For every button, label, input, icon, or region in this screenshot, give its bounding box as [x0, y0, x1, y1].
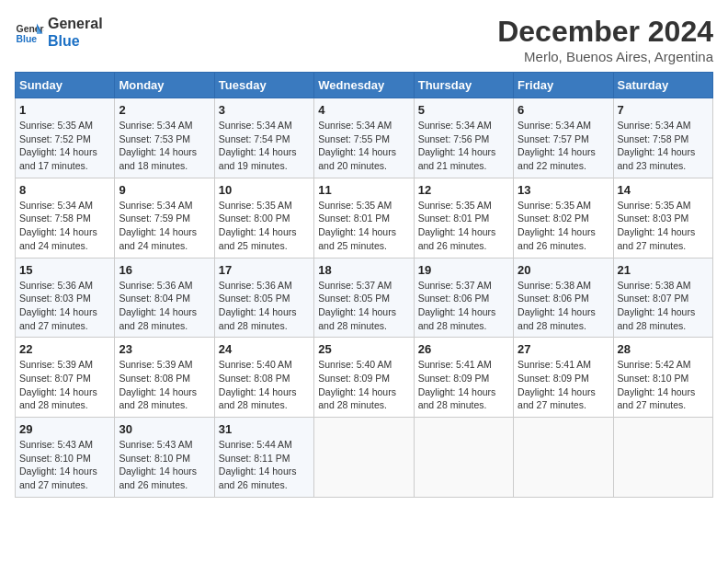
- sunset-text: Sunset: 8:05 PM: [318, 292, 409, 305]
- sunrise-text: Sunrise: 5:40 AM: [318, 358, 409, 372]
- sunset-text: Sunset: 7:55 PM: [318, 132, 409, 146]
- calendar-body: 1Sunrise: 5:35 AMSunset: 7:52 PMDaylight…: [16, 98, 713, 498]
- daylight-text: Daylight: 14 hours and 23 minutes.: [618, 145, 709, 172]
- daylight-text: Daylight: 14 hours and 20 minutes.: [318, 145, 409, 172]
- sunset-text: Sunset: 8:06 PM: [418, 292, 509, 305]
- sunset-text: Sunset: 7:56 PM: [418, 132, 509, 146]
- sunrise-text: Sunrise: 5:34 AM: [219, 119, 310, 132]
- sunset-text: Sunset: 8:00 PM: [219, 212, 310, 225]
- day-info: Sunrise: 5:40 AMSunset: 8:09 PMDaylight:…: [318, 358, 409, 412]
- calendar-cell: [514, 418, 613, 498]
- sunrise-text: Sunrise: 5:38 AM: [518, 279, 609, 293]
- calendar-cell: 16Sunrise: 5:36 AMSunset: 8:04 PMDayligh…: [115, 258, 214, 338]
- calendar-cell: 10Sunrise: 5:35 AMSunset: 8:00 PMDayligh…: [214, 178, 313, 258]
- daylight-text: Daylight: 14 hours and 28 minutes.: [19, 385, 110, 412]
- calendar-cell: 2Sunrise: 5:34 AMSunset: 7:53 PMDaylight…: [115, 98, 214, 178]
- calendar-cell: 1Sunrise: 5:35 AMSunset: 7:52 PMDaylight…: [16, 98, 115, 178]
- day-info: Sunrise: 5:37 AMSunset: 8:06 PMDaylight:…: [418, 279, 509, 333]
- day-number: 13: [518, 183, 609, 197]
- calendar-cell: 25Sunrise: 5:40 AMSunset: 8:09 PMDayligh…: [314, 338, 414, 418]
- sunset-text: Sunset: 8:09 PM: [518, 372, 609, 385]
- logo-text-blue: Blue: [48, 32, 103, 50]
- calendar-cell: 27Sunrise: 5:41 AMSunset: 8:09 PMDayligh…: [514, 338, 613, 418]
- sunrise-text: Sunrise: 5:43 AM: [19, 438, 110, 452]
- day-info: Sunrise: 5:41 AMSunset: 8:09 PMDaylight:…: [418, 358, 509, 412]
- day-info: Sunrise: 5:34 AMSunset: 7:54 PMDaylight:…: [219, 119, 310, 173]
- day-info: Sunrise: 5:35 AMSunset: 7:52 PMDaylight:…: [19, 119, 110, 173]
- svg-text:Blue: Blue: [17, 34, 38, 44]
- day-info: Sunrise: 5:35 AMSunset: 8:02 PMDaylight:…: [518, 199, 609, 253]
- day-number: 25: [318, 342, 409, 356]
- sunrise-text: Sunrise: 5:42 AM: [618, 358, 709, 372]
- sunset-text: Sunset: 8:04 PM: [119, 292, 210, 305]
- sunrise-text: Sunrise: 5:44 AM: [219, 438, 310, 452]
- day-number: 26: [418, 342, 509, 356]
- sunset-text: Sunset: 7:53 PM: [119, 132, 210, 146]
- day-info: Sunrise: 5:43 AMSunset: 8:10 PMDaylight:…: [119, 438, 210, 492]
- calendar-cell: 20Sunrise: 5:38 AMSunset: 8:06 PMDayligh…: [514, 258, 613, 338]
- sunrise-text: Sunrise: 5:35 AM: [19, 119, 110, 132]
- sunset-text: Sunset: 7:52 PM: [19, 132, 110, 146]
- day-number: 21: [618, 263, 709, 277]
- calendar-cell: 30Sunrise: 5:43 AMSunset: 8:10 PMDayligh…: [115, 418, 214, 498]
- calendar-cell: 5Sunrise: 5:34 AMSunset: 7:56 PMDaylight…: [414, 98, 513, 178]
- day-info: Sunrise: 5:34 AMSunset: 7:55 PMDaylight:…: [318, 119, 409, 173]
- calendar-cell: 21Sunrise: 5:38 AMSunset: 8:07 PMDayligh…: [613, 258, 712, 338]
- daylight-text: Daylight: 14 hours and 28 minutes.: [219, 385, 310, 412]
- day-info: Sunrise: 5:40 AMSunset: 8:08 PMDaylight:…: [219, 358, 310, 412]
- day-number: 9: [119, 183, 210, 197]
- daylight-text: Daylight: 14 hours and 25 minutes.: [318, 225, 409, 252]
- day-number: 11: [318, 183, 409, 197]
- daylight-text: Daylight: 14 hours and 28 minutes.: [219, 305, 310, 332]
- daylight-text: Daylight: 14 hours and 24 minutes.: [19, 225, 110, 252]
- daylight-text: Daylight: 14 hours and 18 minutes.: [119, 145, 210, 172]
- sunset-text: Sunset: 8:01 PM: [318, 212, 409, 225]
- sunrise-text: Sunrise: 5:39 AM: [119, 358, 210, 372]
- day-number: 30: [119, 422, 210, 436]
- daylight-text: Daylight: 14 hours and 28 minutes.: [318, 305, 409, 332]
- day-info: Sunrise: 5:41 AMSunset: 8:09 PMDaylight:…: [518, 358, 609, 412]
- calendar-cell: 17Sunrise: 5:36 AMSunset: 8:05 PMDayligh…: [214, 258, 313, 338]
- page-header: General Blue General Blue December 2024 …: [15, 15, 713, 64]
- calendar-cell: 3Sunrise: 5:34 AMSunset: 7:54 PMDaylight…: [214, 98, 313, 178]
- day-info: Sunrise: 5:35 AMSunset: 8:01 PMDaylight:…: [318, 199, 409, 253]
- daylight-text: Daylight: 14 hours and 17 minutes.: [19, 145, 110, 172]
- day-number: 29: [19, 422, 110, 436]
- calendar-header: SundayMondayTuesdayWednesdayThursdayFrid…: [16, 73, 713, 98]
- daylight-text: Daylight: 14 hours and 27 minutes.: [618, 225, 709, 252]
- sunset-text: Sunset: 8:08 PM: [119, 372, 210, 385]
- sunset-text: Sunset: 7:59 PM: [119, 212, 210, 225]
- day-number: 28: [618, 342, 709, 356]
- calendar-cell: 29Sunrise: 5:43 AMSunset: 8:10 PMDayligh…: [16, 418, 115, 498]
- day-number: 2: [119, 103, 210, 117]
- sunset-text: Sunset: 8:06 PM: [518, 292, 609, 305]
- sunset-text: Sunset: 8:11 PM: [219, 452, 310, 465]
- sunrise-text: Sunrise: 5:40 AM: [219, 358, 310, 372]
- sunset-text: Sunset: 8:07 PM: [618, 292, 709, 305]
- daylight-text: Daylight: 14 hours and 27 minutes.: [518, 385, 609, 412]
- daylight-text: Daylight: 14 hours and 26 minutes.: [518, 225, 609, 252]
- calendar-cell: 14Sunrise: 5:35 AMSunset: 8:03 PMDayligh…: [613, 178, 712, 258]
- calendar-week-5: 29Sunrise: 5:43 AMSunset: 8:10 PMDayligh…: [16, 418, 713, 498]
- calendar-cell: 19Sunrise: 5:37 AMSunset: 8:06 PMDayligh…: [414, 258, 513, 338]
- calendar-cell: 28Sunrise: 5:42 AMSunset: 8:10 PMDayligh…: [613, 338, 712, 418]
- daylight-text: Daylight: 14 hours and 19 minutes.: [219, 145, 310, 172]
- sunrise-text: Sunrise: 5:36 AM: [119, 279, 210, 293]
- day-number: 20: [518, 263, 609, 277]
- sunrise-text: Sunrise: 5:43 AM: [119, 438, 210, 452]
- calendar-cell: 23Sunrise: 5:39 AMSunset: 8:08 PMDayligh…: [115, 338, 214, 418]
- calendar-cell: 8Sunrise: 5:34 AMSunset: 7:58 PMDaylight…: [16, 178, 115, 258]
- daylight-text: Daylight: 14 hours and 24 minutes.: [119, 225, 210, 252]
- sunset-text: Sunset: 7:58 PM: [618, 132, 709, 146]
- day-number: 27: [518, 342, 609, 356]
- sunrise-text: Sunrise: 5:35 AM: [518, 199, 609, 213]
- weekday-header-row: SundayMondayTuesdayWednesdayThursdayFrid…: [16, 73, 713, 98]
- day-number: 31: [219, 422, 310, 436]
- calendar-cell: 7Sunrise: 5:34 AMSunset: 7:58 PMDaylight…: [613, 98, 712, 178]
- day-number: 6: [518, 103, 609, 117]
- sunrise-text: Sunrise: 5:34 AM: [119, 199, 210, 213]
- day-number: 19: [418, 263, 509, 277]
- weekday-monday: Monday: [115, 73, 214, 98]
- weekday-tuesday: Tuesday: [214, 73, 313, 98]
- sunset-text: Sunset: 7:54 PM: [219, 132, 310, 146]
